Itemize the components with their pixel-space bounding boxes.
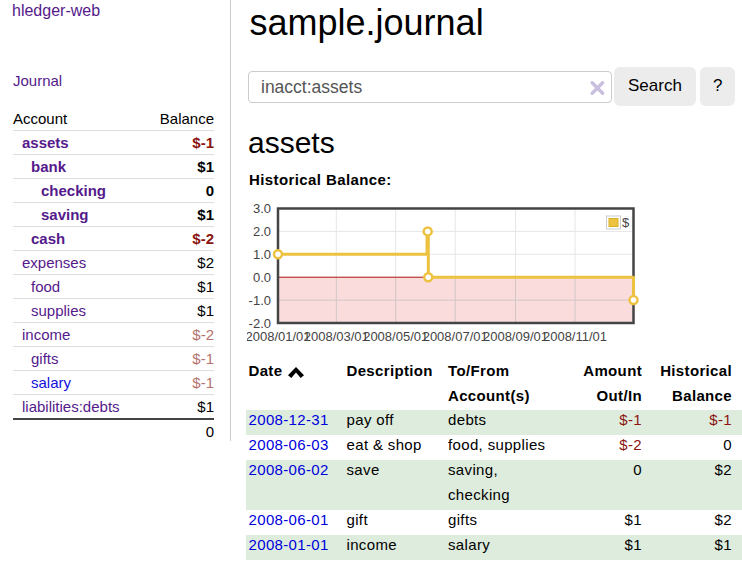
svg-text:2008/03/01: 2008/03/01: [304, 329, 369, 344]
svg-text:2008/11/01: 2008/11/01: [543, 329, 607, 344]
svg-text:1.0: 1.0: [253, 247, 271, 262]
svg-text:2008/01/01: 2008/01/01: [247, 329, 311, 344]
svg-text:2.0: 2.0: [253, 224, 271, 239]
svg-text:0.0: 0.0: [253, 270, 271, 285]
svg-text:$: $: [622, 215, 630, 230]
svg-text:2008/07/01: 2008/07/01: [423, 329, 488, 344]
svg-text:3.0: 3.0: [253, 201, 271, 216]
svg-text:-1.0: -1.0: [249, 293, 271, 308]
svg-text:2008/05/01: 2008/05/01: [363, 329, 428, 344]
svg-text:2008/09/01: 2008/09/01: [483, 329, 548, 344]
